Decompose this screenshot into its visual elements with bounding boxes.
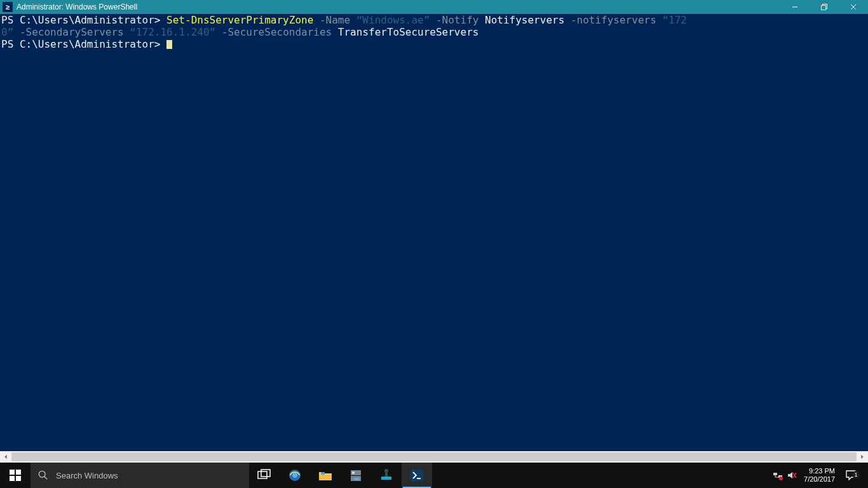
svg-point-27 bbox=[779, 477, 783, 480]
value-notifyservers-b: 0” bbox=[1, 26, 13, 38]
folder-icon bbox=[318, 468, 333, 483]
cursor-icon bbox=[166, 40, 172, 49]
powershell-window: Administrator: Windows PowerShell PS C:\… bbox=[0, 0, 868, 463]
taskbar-clock[interactable]: 9:23 PM 7/20/2017 bbox=[799, 467, 840, 484]
maximize-button[interactable] bbox=[810, 0, 839, 14]
svg-rect-22 bbox=[385, 473, 388, 477]
svg-rect-12 bbox=[258, 471, 267, 478]
server-manager-button[interactable] bbox=[341, 463, 371, 488]
svg-rect-16 bbox=[319, 475, 332, 480]
svg-line-11 bbox=[44, 477, 47, 479]
internet-explorer-button[interactable] bbox=[280, 463, 310, 488]
close-button[interactable] bbox=[839, 0, 868, 14]
svg-rect-13 bbox=[261, 470, 270, 477]
window-title: Administrator: Windows PowerShell bbox=[17, 3, 137, 11]
value-notify: Notifyservers bbox=[485, 14, 564, 26]
network-tool-button[interactable] bbox=[371, 463, 402, 488]
file-explorer-button[interactable] bbox=[310, 463, 341, 488]
powershell-taskbar-button[interactable] bbox=[402, 463, 432, 488]
svg-point-10 bbox=[39, 471, 45, 477]
value-secondary: “172.16.1.240” bbox=[130, 26, 215, 38]
notification-badge: 1 bbox=[852, 471, 860, 478]
param-notify: -Notify bbox=[436, 14, 478, 26]
cmdlet: Set-DnsServerPrimaryZone bbox=[166, 14, 313, 26]
taskbar-pinned-apps bbox=[249, 463, 432, 488]
tray-volume-icon[interactable] bbox=[785, 470, 799, 480]
svg-rect-2 bbox=[822, 6, 826, 10]
param-secondary: -SecondaryServers bbox=[20, 26, 124, 38]
task-view-icon bbox=[257, 468, 272, 483]
action-center-button[interactable]: 1 bbox=[840, 470, 862, 481]
taskbar: Search Windows 9:23 PM 7/20/2017 bbox=[0, 463, 868, 488]
windows-icon bbox=[10, 470, 21, 481]
search-placeholder: Search Windows bbox=[56, 471, 118, 480]
search-icon bbox=[38, 470, 48, 480]
param-notifyservers: -notifyservers bbox=[571, 14, 656, 26]
horizontal-scrollbar[interactable] bbox=[0, 451, 868, 463]
value-notifyservers-a: “172 bbox=[662, 14, 687, 26]
value-name: “Windows.ae” bbox=[356, 14, 430, 26]
svg-point-21 bbox=[384, 469, 388, 473]
search-box[interactable]: Search Windows bbox=[31, 463, 249, 488]
task-view-button[interactable] bbox=[249, 463, 280, 488]
svg-rect-8 bbox=[10, 476, 15, 481]
scroll-left-button[interactable] bbox=[0, 451, 11, 463]
scroll-right-button[interactable] bbox=[857, 451, 868, 463]
svg-rect-23 bbox=[381, 477, 391, 480]
svg-point-15 bbox=[292, 473, 297, 478]
scrollbar-track[interactable] bbox=[11, 451, 857, 463]
minimize-button[interactable] bbox=[780, 0, 810, 14]
svg-rect-25 bbox=[773, 473, 777, 475]
param-name: -Name bbox=[320, 14, 350, 26]
svg-rect-7 bbox=[16, 470, 21, 475]
window-titlebar[interactable]: Administrator: Windows PowerShell bbox=[0, 0, 868, 14]
powershell-taskbar-icon bbox=[409, 468, 424, 483]
prompt: PS C:\Users\Administrator> bbox=[1, 38, 160, 50]
system-tray: 9:23 PM 7/20/2017 1 bbox=[771, 463, 868, 488]
clock-date: 7/20/2017 bbox=[804, 475, 835, 484]
ie-icon bbox=[287, 468, 302, 483]
svg-rect-6 bbox=[10, 470, 15, 475]
server-manager-icon bbox=[348, 468, 363, 483]
scrollbar-thumb[interactable] bbox=[11, 452, 857, 461]
svg-rect-20 bbox=[352, 471, 355, 474]
tray-network-icon[interactable] bbox=[771, 470, 785, 480]
clock-time: 9:23 PM bbox=[804, 467, 835, 475]
svg-rect-9 bbox=[16, 476, 21, 481]
param-secure: -SecureSecondaries bbox=[222, 26, 332, 38]
powershell-icon bbox=[3, 2, 13, 12]
svg-rect-17 bbox=[321, 472, 325, 475]
value-secure: TransferToSecureServers bbox=[338, 26, 479, 38]
network-icon bbox=[379, 468, 394, 483]
terminal-output[interactable]: PS C:\Users\Administrator> Set-DnsServer… bbox=[0, 14, 868, 451]
start-button[interactable] bbox=[0, 463, 31, 488]
prompt: PS C:\Users\Administrator> bbox=[1, 14, 160, 26]
